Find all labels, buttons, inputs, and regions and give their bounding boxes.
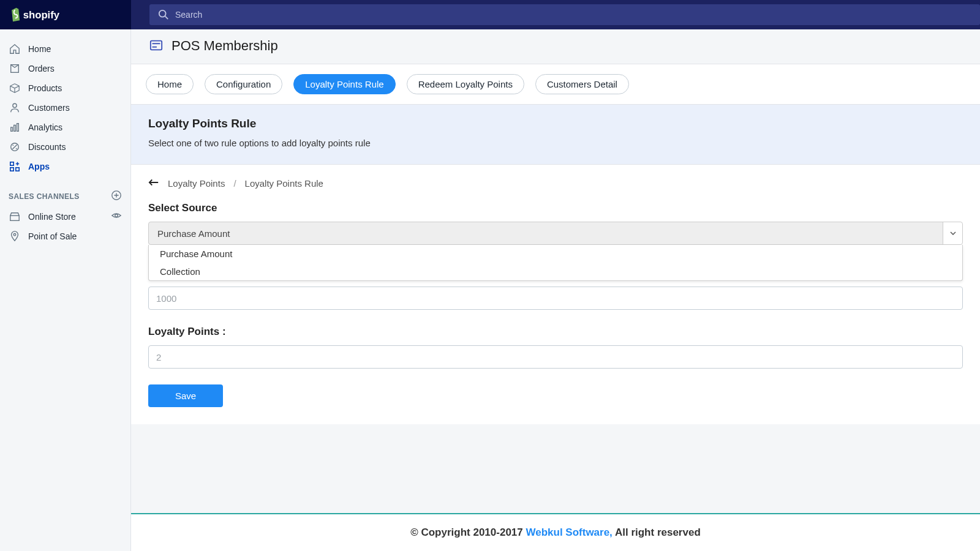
app-icon (149, 39, 163, 54)
footer-copyright-prefix: © Copyright 2010-2017 (410, 527, 526, 538)
loyalty-points-label: Loyalty Points : (148, 326, 963, 338)
view-icon[interactable] (111, 210, 122, 223)
svg-point-17 (13, 234, 16, 236)
section-title: Loyalty Points Rule (148, 117, 963, 130)
sidebar-item-label: Home (28, 44, 51, 54)
sidebar-item-home[interactable]: Home (0, 39, 130, 59)
sidebar: Home Orders Products Customers Analytics… (0, 29, 131, 551)
sidebar-item-products[interactable]: Products (0, 78, 130, 98)
svg-rect-19 (153, 43, 160, 44)
tab-loyalty-points-rule[interactable]: Loyalty Points Rule (293, 74, 395, 94)
sidebar-item-label: Orders (28, 64, 55, 73)
sidebar-item-orders[interactable]: Orders (0, 59, 130, 78)
tag-icon (9, 82, 21, 94)
svg-point-9 (12, 144, 13, 146)
svg-rect-13 (16, 168, 19, 171)
breadcrumb-separator: / (233, 178, 236, 189)
tab-redeem-loyalty-points[interactable]: Redeem Loyalty Points (407, 74, 524, 94)
store-icon (9, 211, 21, 223)
channel-label: Point of Sale (28, 231, 77, 241)
svg-rect-6 (14, 125, 16, 131)
sidebar-item-analytics[interactable]: Analytics (0, 118, 130, 137)
svg-rect-12 (10, 168, 13, 171)
discount-icon (9, 141, 21, 153)
channel-label: Online Store (28, 212, 76, 222)
svg-rect-18 (151, 40, 162, 50)
select-source-field[interactable]: Purchase Amount (148, 222, 963, 245)
sidebar-item-customers[interactable]: Customers (0, 98, 130, 118)
apps-icon (9, 160, 21, 173)
dropdown-option-collection[interactable]: Collection (149, 263, 962, 280)
search-wrap: Search (131, 1, 980, 29)
location-icon (9, 230, 21, 242)
sidebar-item-label: Discounts (28, 142, 66, 152)
add-channel-icon[interactable] (111, 190, 122, 203)
footer-copyright-suffix: All right reserved (612, 527, 701, 538)
svg-point-10 (16, 148, 17, 149)
tab-configuration[interactable]: Configuration (205, 74, 282, 94)
svg-text:shopify: shopify (23, 9, 60, 21)
svg-rect-11 (10, 162, 13, 165)
tab-home[interactable]: Home (146, 74, 194, 94)
topbar: shopify Search (0, 0, 980, 29)
form-area: Loyalty Points / Loyalty Points Rule Sel… (131, 165, 980, 424)
loyalty-points-input[interactable] (148, 345, 963, 369)
sidebar-item-label: Analytics (28, 122, 62, 132)
search-icon (158, 9, 169, 20)
svg-point-16 (115, 214, 118, 217)
svg-point-1 (159, 10, 166, 17)
select-source-label: Select Source (148, 202, 963, 214)
home-icon (9, 43, 21, 55)
breadcrumb-item: Loyalty Points Rule (245, 178, 323, 189)
section-header: Loyalty Points Rule Select one of two ru… (131, 105, 980, 165)
breadcrumb: Loyalty Points / Loyalty Points Rule (148, 178, 963, 189)
svg-rect-5 (11, 127, 13, 131)
save-button[interactable]: Save (148, 384, 223, 407)
channel-online-store[interactable]: Online Store (0, 206, 130, 227)
sidebar-item-discounts[interactable]: Discounts (0, 137, 130, 157)
channel-point-of-sale[interactable]: Point of Sale (0, 227, 130, 246)
dropdown-toggle[interactable] (943, 222, 962, 244)
brand-logo[interactable]: shopify (0, 0, 131, 29)
breadcrumb-item[interactable]: Loyalty Points (168, 178, 225, 189)
select-source-value: Purchase Amount (149, 222, 943, 244)
dropdown-panel: Purchase Amount Collection (148, 245, 963, 281)
main-content: POS Membership Home Configuration Loyalt… (131, 29, 980, 551)
caret-down-icon (950, 231, 956, 235)
sales-channels-header: SALES CHANNELS (0, 176, 130, 206)
section-header-label: SALES CHANNELS (9, 192, 80, 201)
svg-rect-20 (153, 46, 157, 47)
footer-link[interactable]: Webkul Software, (526, 527, 612, 538)
search-input[interactable]: Search (149, 4, 980, 25)
person-icon (9, 102, 21, 114)
select-source: Purchase Amount Purchase Amount Collecti… (148, 222, 963, 245)
svg-rect-7 (17, 124, 19, 132)
sidebar-item-label: Customers (28, 103, 70, 113)
tabs: Home Configuration Loyalty Points Rule R… (131, 64, 980, 105)
app-title: POS Membership (172, 38, 278, 54)
amount-input[interactable] (148, 287, 963, 310)
footer: © Copyright 2010-2017 Webkul Software, A… (131, 513, 980, 551)
svg-rect-15 (10, 216, 19, 220)
svg-point-4 (13, 103, 17, 107)
tab-customers-detail[interactable]: Customers Detail (535, 74, 629, 94)
sidebar-item-label: Apps (28, 162, 50, 171)
analytics-icon (9, 121, 21, 133)
orders-icon (9, 62, 21, 75)
sidebar-item-apps[interactable]: Apps (0, 157, 130, 176)
section-subtitle: Select one of two rule options to add lo… (148, 138, 963, 148)
app-header: POS Membership (131, 29, 980, 64)
dropdown-option-purchase-amount[interactable]: Purchase Amount (149, 245, 962, 263)
sidebar-item-label: Products (28, 83, 62, 93)
svg-line-2 (165, 17, 168, 20)
search-placeholder: Search (175, 10, 202, 20)
shopify-logo-icon: shopify (6, 7, 67, 23)
back-arrow-icon[interactable] (148, 178, 159, 189)
